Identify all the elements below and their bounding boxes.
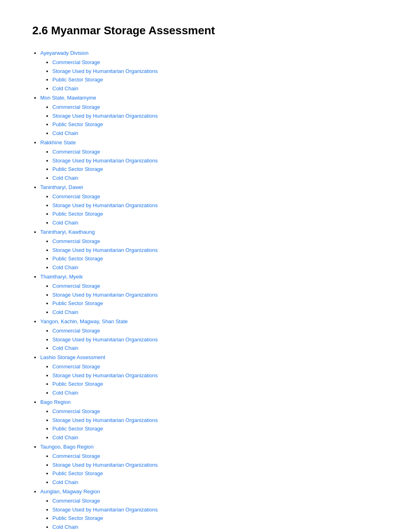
toc-child-link[interactable]: Commercial Storage <box>52 193 100 200</box>
toc-child-link[interactable]: Cold Chain <box>52 220 78 226</box>
toc-child-link[interactable]: Storage Used by Humanitarian Organizatio… <box>52 292 158 298</box>
toc-child-link[interactable]: Cold Chain <box>52 264 78 270</box>
toc-parent-link[interactable]: Taungoo, Bago Region <box>40 444 93 450</box>
toc-child-item: Cold Chain <box>52 174 379 183</box>
toc-child-item: Cold Chain <box>52 308 379 317</box>
toc-parent-link[interactable]: Aunglan, Magway Region <box>40 488 100 495</box>
toc-child-list: Commercial StorageStorage Used by Humani… <box>40 103 379 138</box>
toc-child-link[interactable]: Public Sector Storage <box>52 211 103 217</box>
toc-child-item: Storage Used by Humanitarian Organizatio… <box>52 112 379 121</box>
toc-child-link[interactable]: Storage Used by Humanitarian Organizatio… <box>52 507 158 513</box>
toc-child-link[interactable]: Public Sector Storage <box>52 470 103 476</box>
toc-child-item: Commercial Storage <box>52 497 379 505</box>
toc-child-item: Storage Used by Humanitarian Organizatio… <box>52 67 379 76</box>
toc-child-item: Commercial Storage <box>52 407 379 416</box>
toc-child-item: Public Sector Storage <box>52 121 379 129</box>
toc-child-item: Storage Used by Humanitarian Organizatio… <box>52 461 379 470</box>
toc-child-item: Public Sector Storage <box>52 76 379 84</box>
toc-child-item: Storage Used by Humanitarian Organizatio… <box>52 336 379 344</box>
toc-child-link[interactable]: Commercial Storage <box>52 59 100 65</box>
toc-child-link[interactable]: Commercial Storage <box>52 104 100 110</box>
toc-parent-item: Bago RegionCommercial StorageStorage Use… <box>40 398 379 442</box>
page-title: 2.6 Myanmar Storage Assessment <box>32 24 379 37</box>
toc-parent-item: Ayeyarwady DivisionCommercial StorageSto… <box>40 49 379 93</box>
toc-parent-item: Thaintharyi, MyeikCommercial StorageStor… <box>40 273 379 317</box>
toc-parent-link[interactable]: Rakkhine State <box>40 139 76 145</box>
toc-child-link[interactable]: Public Sector Storage <box>52 300 103 306</box>
toc-child-item: Commercial Storage <box>52 282 379 291</box>
toc-child-item: Storage Used by Humanitarian Organizatio… <box>52 372 379 380</box>
toc-child-item: Commercial Storage <box>52 103 379 112</box>
toc-parent-link[interactable]: Mon State, Mawlamyine <box>40 95 96 101</box>
toc-child-item: Cold Chain <box>52 219 379 227</box>
toc-child-link[interactable]: Public Sector Storage <box>52 166 103 172</box>
toc-parent-link[interactable]: Lashio Storage Assessment <box>40 354 105 360</box>
toc-child-link[interactable]: Cold Chain <box>52 390 78 396</box>
toc-child-link[interactable]: Commercial Storage <box>52 328 100 334</box>
toc-parent-item: Yangon, Kachin, Magway, Shan StateCommer… <box>40 318 379 353</box>
toc-child-link[interactable]: Commercial Storage <box>52 364 100 370</box>
toc-child-list: Commercial StorageStorage Used by Humani… <box>40 363 379 397</box>
toc-child-link[interactable]: Cold Chain <box>52 130 78 136</box>
toc-parent-item: Tanintharyi, DaweiCommercial StorageStor… <box>40 183 379 227</box>
toc-child-list: Commercial StorageStorage Used by Humani… <box>40 497 379 532</box>
toc-parent-link[interactable]: Yangon, Kachin, Magway, Shan State <box>40 318 128 324</box>
toc-child-link[interactable]: Public Sector Storage <box>52 121 103 127</box>
toc-parent-link[interactable]: Bago Region <box>40 399 71 405</box>
toc-child-item: Public Sector Storage <box>52 380 379 389</box>
toc-child-item: Storage Used by Humanitarian Organizatio… <box>52 416 379 425</box>
toc-child-link[interactable]: Cold Chain <box>52 479 78 485</box>
toc-child-link[interactable]: Storage Used by Humanitarian Organizatio… <box>52 462 158 468</box>
toc-child-link[interactable]: Commercial Storage <box>52 238 100 244</box>
toc-child-item: Commercial Storage <box>52 237 379 246</box>
toc-child-item: Cold Chain <box>52 478 379 487</box>
toc-child-item: Cold Chain <box>52 129 379 138</box>
toc-child-link[interactable]: Storage Used by Humanitarian Organizatio… <box>52 372 158 378</box>
toc-child-link[interactable]: Cold Chain <box>52 175 78 181</box>
toc-child-link[interactable]: Storage Used by Humanitarian Organizatio… <box>52 113 158 119</box>
toc-child-item: Commercial Storage <box>52 327 379 335</box>
toc-child-item: Public Sector Storage <box>52 299 379 308</box>
toc-child-link[interactable]: Public Sector Storage <box>52 77 103 83</box>
toc-child-link[interactable]: Public Sector Storage <box>52 426 103 432</box>
toc-parent-item: Rakkhine StateCommercial StorageStorage … <box>40 139 379 183</box>
toc-child-link[interactable]: Cold Chain <box>52 85 78 91</box>
toc-child-link[interactable]: Cold Chain <box>52 345 78 351</box>
toc-child-link[interactable]: Commercial Storage <box>52 453 100 459</box>
toc-child-item: Storage Used by Humanitarian Organizatio… <box>52 246 379 255</box>
toc-child-link[interactable]: Storage Used by Humanitarian Organizatio… <box>52 202 158 208</box>
toc-child-item: Commercial Storage <box>52 363 379 371</box>
toc-child-link[interactable]: Public Sector Storage <box>52 256 103 262</box>
toc-child-list: Commercial StorageStorage Used by Humani… <box>40 58 379 93</box>
toc-child-item: Storage Used by Humanitarian Organizatio… <box>52 202 379 210</box>
toc-child-link[interactable]: Public Sector Storage <box>52 381 103 387</box>
toc-parent-link[interactable]: Thaintharyi, Myeik <box>40 274 83 280</box>
toc-child-list: Commercial StorageStorage Used by Humani… <box>40 452 379 487</box>
toc-child-link[interactable]: Storage Used by Humanitarian Organizatio… <box>52 158 158 164</box>
toc-child-list: Commercial StorageStorage Used by Humani… <box>40 193 379 227</box>
toc-child-list: Commercial StorageStorage Used by Humani… <box>40 282 379 317</box>
toc-child-item: Commercial Storage <box>52 148 379 156</box>
toc-child-link[interactable]: Commercial Storage <box>52 283 100 289</box>
toc-parent-item: Aunglan, Magway RegionCommercial Storage… <box>40 488 379 532</box>
toc-child-link[interactable]: Cold Chain <box>52 434 78 441</box>
toc-parent-item: Taungoo, Bago RegionCommercial StorageSt… <box>40 443 379 487</box>
toc-child-link[interactable]: Storage Used by Humanitarian Organizatio… <box>52 337 158 343</box>
toc-parent-link[interactable]: Tanintharyi, Kawthaung <box>40 229 95 235</box>
toc-child-link[interactable]: Storage Used by Humanitarian Organizatio… <box>52 68 158 74</box>
toc-child-link[interactable]: Storage Used by Humanitarian Organizatio… <box>52 417 158 423</box>
toc-child-link[interactable]: Commercial Storage <box>52 498 100 504</box>
toc-child-item: Commercial Storage <box>52 193 379 201</box>
toc-child-link[interactable]: Cold Chain <box>52 309 78 315</box>
toc-parent-link[interactable]: Ayeyarwady Division <box>40 50 89 56</box>
toc-child-item: Public Sector Storage <box>52 255 379 263</box>
toc-child-item: Public Sector Storage <box>52 425 379 433</box>
toc-child-list: Commercial StorageStorage Used by Humani… <box>40 148 379 183</box>
toc-parent-link[interactable]: Tanintharyi, Dawei <box>40 184 83 190</box>
toc-child-link[interactable]: Cold Chain <box>52 524 78 530</box>
toc-child-link[interactable]: Commercial Storage <box>52 408 100 414</box>
toc-child-link[interactable]: Commercial Storage <box>52 149 100 155</box>
toc-child-link[interactable]: Storage Used by Humanitarian Organizatio… <box>52 247 158 253</box>
toc-child-link[interactable]: Public Sector Storage <box>52 515 103 521</box>
toc-child-item: Storage Used by Humanitarian Organizatio… <box>52 157 379 165</box>
